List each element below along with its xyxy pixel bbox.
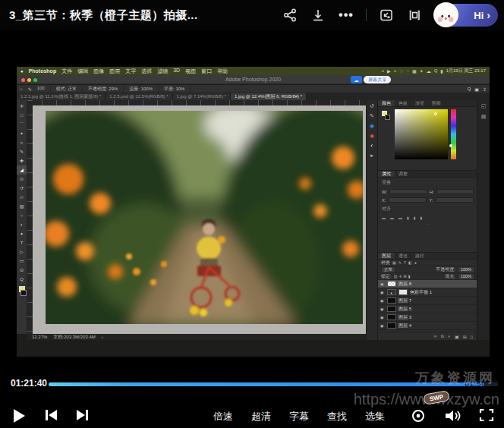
align-button[interactable]: ▬ [382, 216, 386, 220]
document-tab[interactable]: 1.2.1.jpg @ 11.1%(曲线 1, 图层蒙版/8) * [17, 93, 106, 100]
zoom-level[interactable]: 12.27% [32, 335, 47, 339]
play-button[interactable] [14, 409, 25, 423]
layer-visibility-icon[interactable]: ◉ [380, 307, 385, 311]
menubar-menu[interactable]: 编辑 [77, 68, 88, 75]
align-button[interactable]: ▮ [421, 216, 423, 220]
hand-tool[interactable]: ʘ [17, 266, 27, 275]
transform-field[interactable] [436, 197, 474, 203]
menubar-menu[interactable]: 滤镜 [157, 68, 168, 75]
options-icon[interactable]: ▣ [474, 87, 479, 92]
layer-filter-icon[interactable]: ✎ [398, 260, 402, 265]
tool-option[interactable]: 平滑: 10% [164, 86, 191, 93]
info-panel-icon[interactable]: ▸ [370, 153, 373, 159]
quality-button[interactable]: 超清 [251, 410, 271, 423]
layer-row[interactable]: ◉图层 3 [378, 313, 477, 322]
blur-tool[interactable]: ○ [17, 211, 27, 220]
layers-panel-button[interactable]: ⊞ [463, 334, 467, 339]
menubar-status-icon[interactable]: ◌ [406, 68, 409, 74]
options-icon[interactable]: ⇪ [483, 87, 487, 92]
layer-filter-icon[interactable]: ▦ [392, 260, 396, 265]
layer-visibility-icon[interactable]: ◉ [380, 323, 385, 328]
eraser-tool[interactable]: ▱ [17, 193, 27, 202]
menubar-status-icon[interactable]: ✦ [420, 68, 424, 74]
properties-panel-tab[interactable]: 调整 [395, 171, 411, 177]
document-tab[interactable]: 1.jpg @ 7.14%(RGB/8) * [173, 93, 231, 100]
layer-visibility-icon[interactable]: ◉ [380, 290, 385, 294]
learn-panel-icon[interactable]: ◉ [370, 123, 374, 129]
screen-share-pill[interactable]: 屏幕共享 [364, 76, 391, 83]
tool-option[interactable]: 100 [37, 86, 51, 93]
document-tab[interactable]: 1.jpg @ 12.4%(图层 6, RGB/8#) * [231, 93, 307, 100]
status-chevron[interactable]: › [102, 335, 103, 339]
align-button[interactable]: ▬ [390, 216, 394, 220]
adjustments-panel-icon[interactable]: ◐ [370, 143, 373, 149]
wand-tool[interactable]: ✦ [17, 129, 27, 138]
menubar-status-icon[interactable]: « [382, 68, 384, 74]
layer-row[interactable]: ◉图层 4 [378, 322, 477, 330]
layer-visibility-icon[interactable]: ◉ [380, 298, 385, 303]
stamp-tool[interactable]: ⊙ [17, 175, 27, 184]
color-marker[interactable] [434, 112, 437, 115]
tool-option[interactable]: 不透明度: 29% [88, 86, 124, 93]
record-icon[interactable] [411, 408, 426, 426]
color-panel-tab[interactable]: 图案 [428, 100, 445, 106]
menubar-menu[interactable]: 文字 [125, 68, 136, 75]
transform-field[interactable] [389, 189, 427, 194]
lock-icon[interactable]: ⊞ [404, 274, 407, 279]
subtitles-button[interactable]: 字幕 [289, 410, 309, 423]
brush-settings-panel-icon[interactable]: ✎ [370, 113, 374, 119]
video-frame[interactable]: ● Photoshop 文件编辑图像图层文字选择滤镜3D视图窗口帮助 «▶»♡◌… [17, 67, 490, 357]
download-icon[interactable] [310, 7, 326, 24]
menubar-status-icon[interactable]: ▶ [387, 68, 391, 74]
menubar-status-icon[interactable]: ♡ [399, 68, 403, 74]
layers-panel-button[interactable]: fx [441, 334, 445, 338]
tool-option[interactable]: 流量: 100% [129, 86, 159, 93]
marquee-tool[interactable]: □ [17, 111, 27, 120]
panel-collapse-icon[interactable]: ▤ [481, 114, 487, 120]
zoom-tool[interactable]: Q [17, 275, 27, 284]
layer-row[interactable]: ◉图层 5 [378, 305, 477, 313]
float-window-icon[interactable] [406, 7, 423, 24]
path-select-tool[interactable]: ▷ [17, 247, 27, 256]
layers-panel-button[interactable]: ◐ [448, 334, 451, 338]
brush-tool[interactable]: ◢ [17, 165, 27, 175]
brush-preset-icon[interactable]: ✎ [28, 87, 32, 92]
layer-visibility-icon[interactable]: ◉ [380, 282, 385, 286]
layer-row[interactable]: ◉◐色彩平衡 1 [378, 288, 477, 297]
move-tool[interactable]: ✛ [17, 102, 27, 111]
hue-marker[interactable] [449, 144, 452, 147]
transform-field[interactable] [389, 197, 427, 203]
color-panel-tab[interactable]: 颜色 [378, 100, 395, 106]
opacity-value[interactable]: 100% [458, 266, 474, 273]
layer-visibility-icon[interactable]: ◉ [380, 315, 385, 319]
document-tab[interactable]: 1.2.5.psd @ 12.5%(RGB/8) * [106, 93, 172, 100]
layer-filter-icon[interactable]: T [404, 260, 406, 265]
shape-tool[interactable]: ▭ [17, 256, 27, 266]
libraries-panel-icon[interactable]: ◉ [370, 133, 374, 139]
menubar-status-icon[interactable]: » [394, 68, 396, 74]
color-panel-tab[interactable]: 色板 [395, 100, 411, 106]
previous-episode-button[interactable] [46, 410, 57, 420]
layer-filter-icon[interactable]: ◧ [408, 260, 412, 265]
menubar-menu[interactable]: 选择 [141, 68, 152, 75]
fg-bg-swatches[interactable] [382, 111, 390, 120]
menubar-menu[interactable]: 窗口 [201, 68, 212, 75]
layers-panel-button[interactable]: ∞ [433, 334, 436, 338]
crop-tool[interactable]: ⌗ [17, 138, 27, 147]
menubar-app-name[interactable]: Photoshop [29, 68, 57, 74]
more-icon[interactable]: ••• [338, 7, 354, 24]
eyedropper-tool[interactable]: ✎ [17, 147, 27, 156]
share-icon[interactable] [282, 7, 298, 24]
lasso-tool[interactable]: ⌒ [17, 120, 27, 129]
align-button[interactable]: ▬ [398, 216, 402, 220]
fill-value[interactable]: 100% [458, 273, 474, 280]
menubar-menu[interactable]: 3D [173, 68, 180, 75]
screen-share-icon[interactable]: ☁ [351, 76, 362, 83]
align-button[interactable]: ▮ [414, 216, 416, 220]
hue-slider[interactable] [451, 109, 456, 159]
history-panel-icon[interactable]: ↺ [370, 103, 374, 109]
layer-row[interactable]: ◉图层 7 [378, 297, 477, 305]
speed-button[interactable]: 倍速 [213, 410, 233, 423]
layers-panel-tab[interactable]: 图层 [378, 253, 395, 259]
history-brush-tool[interactable]: ↺ [17, 184, 27, 193]
